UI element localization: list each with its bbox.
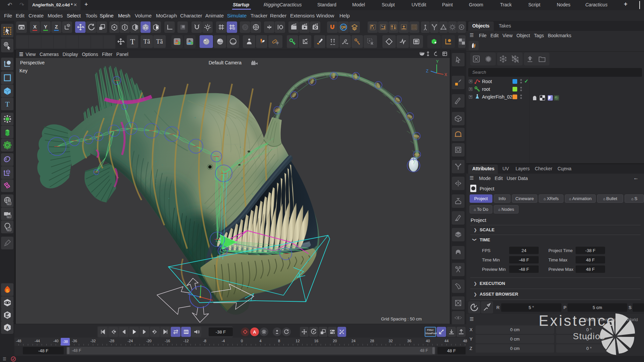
svg-text:Y: Y — [436, 59, 439, 64]
svg-text:X: X — [444, 72, 447, 77]
svg-text:A: A — [6, 325, 9, 330]
svg-text:S: S — [6, 288, 9, 293]
svg-text:Z: Z — [426, 69, 428, 73]
svg-text:ST: ST — [7, 216, 11, 218]
svg-text:ST: ST — [7, 202, 11, 205]
svg-text:ST: ST — [7, 229, 11, 231]
svg-text:QR: QR — [341, 25, 346, 29]
svg-text:T: T — [5, 100, 10, 108]
